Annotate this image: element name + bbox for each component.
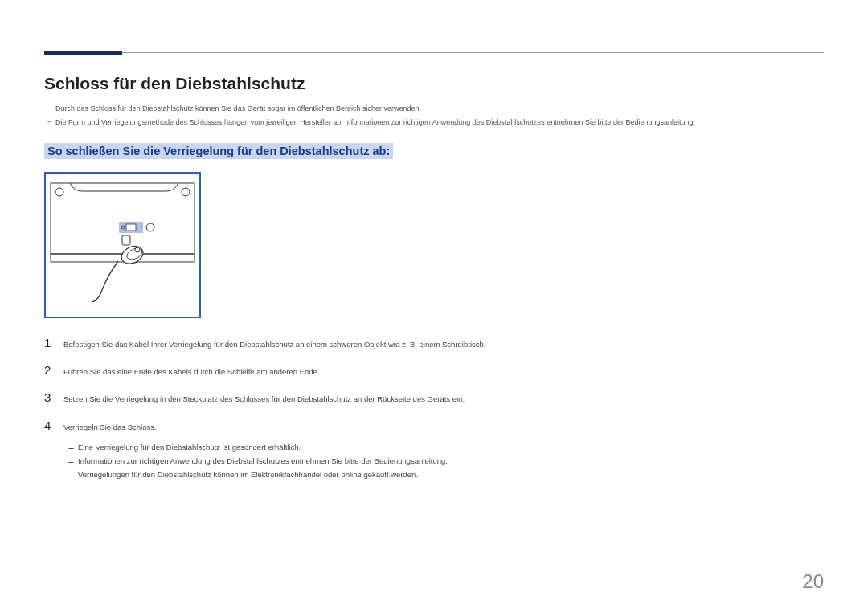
svg-point-3: [182, 188, 190, 196]
intro-list: Durch das Schloss für den Diebstahlschut…: [44, 103, 824, 129]
step-item: 2 Führen Sie das eine Ende des Kabels du…: [44, 363, 824, 378]
note-item: Verriegelungen für den Diebstahlschutz k…: [63, 468, 824, 480]
svg-point-4: [146, 223, 154, 231]
step-text: Führen Sie das eine Ende des Kabels durc…: [63, 366, 319, 378]
step-item: 1 Befestigen Sie das Kabel Ihrer Verrieg…: [44, 336, 824, 350]
header-rule: [44, 52, 824, 53]
step-list: 1 Befestigen Sie das Kabel Ihrer Verrieg…: [44, 336, 824, 433]
page-content: Schloss für den Diebstahlschutz Durch da…: [44, 74, 824, 480]
note-item: Eine Verriegelung für den Diebstahlschut…: [63, 441, 824, 453]
notes-list: Eine Verriegelung für den Diebstahlschut…: [63, 441, 824, 481]
step-number: 1: [44, 336, 63, 349]
svg-rect-6: [126, 224, 136, 231]
svg-point-2: [55, 188, 63, 196]
page-heading: Schloss für den Diebstahlschutz: [44, 74, 824, 93]
step-item: 4 Verriegeln Sie das Schloss.: [44, 419, 824, 433]
svg-rect-8: [122, 235, 130, 245]
step-number: 3: [44, 390, 63, 404]
intro-item: Die Form und Verriegelungsmethode des Sc…: [44, 116, 824, 128]
note-item: Informationen zur richtigen Anwendung de…: [63, 455, 824, 467]
header-accent: [44, 51, 122, 55]
section-subheading: So schließen Sie die Verriegelung für de…: [44, 143, 393, 159]
page-number: 20: [802, 570, 824, 593]
intro-item: Durch das Schloss für den Diebstahlschut…: [44, 103, 824, 114]
step-text: Setzen Sie die Verriegelung in den Steck…: [63, 394, 465, 405]
lock-illustration-icon: [46, 174, 199, 317]
step-text: Verriegeln Sie das Schloss.: [63, 422, 157, 433]
step-item: 3 Setzen Sie die Verriegelung in den Ste…: [44, 390, 824, 405]
step-text: Befestigen Sie das Kabel Ihrer Verriegel…: [63, 339, 485, 350]
step-number: 2: [44, 363, 63, 377]
step-number: 4: [44, 419, 63, 432]
lock-diagram: [44, 172, 201, 318]
svg-point-11: [135, 247, 140, 252]
